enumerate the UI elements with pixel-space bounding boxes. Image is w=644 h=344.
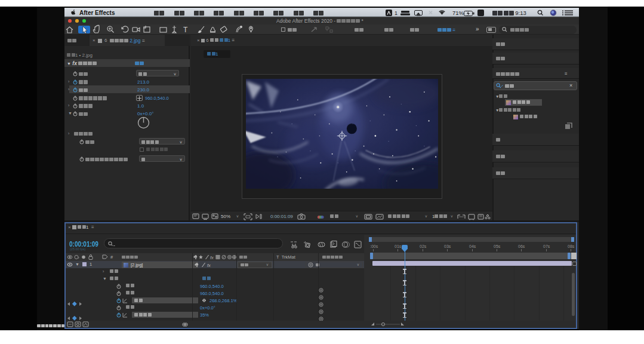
svg-text:fx: fx	[210, 255, 214, 260]
svg-text:T: T	[183, 26, 188, 34]
svg-text:1: 1	[395, 10, 398, 16]
svg-text:fx: fx	[207, 263, 211, 268]
